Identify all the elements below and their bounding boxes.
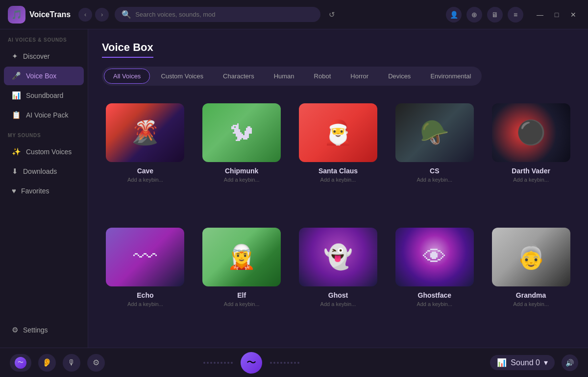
main-layout: AI VOICES & SOUNDS ✦ Discover 🎤 Voice Bo…: [0, 29, 588, 348]
volume-button[interactable]: 🔊: [562, 354, 578, 371]
waveform-right: [270, 362, 299, 364]
search-input[interactable]: [135, 11, 314, 18]
voice-card-name-grandma: Grandma: [516, 291, 546, 299]
my-section-label: MY SOUNDS: [0, 133, 88, 142]
tab-human[interactable]: Human: [265, 69, 303, 84]
sidebar-item-downloads[interactable]: ⬇ Downloads: [4, 162, 84, 181]
voicebox-icon: 🎤: [12, 71, 21, 80]
voice-card-name-darthvader: Darth Vader: [512, 167, 550, 175]
discover-icon: ✦: [12, 52, 18, 61]
refresh-button[interactable]: ↺: [324, 7, 339, 22]
sidebar-item-label: Soundboard: [26, 92, 63, 99]
chevron-down-icon: ▾: [544, 358, 548, 367]
sidebar-item-settings[interactable]: ⚙ Settings: [4, 321, 84, 339]
voice-card-image-cs: 🪖: [395, 103, 474, 162]
sidebar-item-favorites[interactable]: ♥ Favorites: [4, 182, 84, 200]
sidebar-item-discover[interactable]: ✦ Discover: [4, 47, 84, 66]
content-area: Voice Box All Voices Custom Voices Chara…: [88, 29, 588, 348]
close-button[interactable]: ✕: [566, 8, 580, 22]
content-header: Voice Box All Voices Custom Voices Chara…: [88, 29, 588, 95]
voice-card-cave[interactable]: 🌋 Cave Add a keybin...: [102, 99, 189, 214]
tab-environmental[interactable]: Environmental: [421, 69, 480, 84]
menu-icon[interactable]: ≡: [508, 7, 523, 23]
tab-custom-voices[interactable]: Custom Voices: [152, 69, 212, 84]
play-button[interactable]: 〜: [241, 352, 262, 374]
voice-card-sub-chipmunk: Add a keybin...: [224, 177, 260, 183]
sound-selector[interactable]: 📊 Sound 0 ▾: [490, 355, 555, 370]
titlebar: 🎵 VoiceTrans ‹ › 🔍 ↺ 👤 ⊕ 🖥 ≡ — □ ✕: [0, 0, 588, 29]
soundboard-icon: 📊: [12, 91, 21, 100]
voice-grid: 🌋 Cave Add a keybin... 🐿 Chipmunk Add a …: [88, 95, 588, 348]
sound-bar-icon: 📊: [497, 358, 507, 367]
nav-arrows: ‹ ›: [78, 8, 109, 22]
voice-card-grandma[interactable]: 👵 Grandma Add a keybin...: [488, 224, 574, 338]
sound-label: Sound 0: [511, 358, 540, 367]
favorites-icon: ♥: [12, 187, 16, 195]
forward-button[interactable]: ›: [95, 8, 109, 22]
sidebar-item-customvoices[interactable]: ✨ Custom Voices: [4, 142, 84, 161]
voice-toggle[interactable]: 〜: [10, 354, 31, 372]
sidebar-item-voicebox[interactable]: 🎤 Voice Box: [4, 67, 84, 85]
customvoices-icon: ✨: [12, 147, 21, 156]
profile-icon[interactable]: 🖥: [487, 7, 503, 23]
aivoicepack-icon: 📋: [12, 111, 21, 119]
voice-card-echo[interactable]: 〰 Echo Add a keybin...: [102, 224, 189, 338]
tab-all-voices[interactable]: All Voices: [104, 69, 150, 84]
sidebar-item-soundboard[interactable]: 📊 Soundboard: [4, 86, 84, 105]
voice-card-sub-cs: Add a keybin...: [416, 177, 452, 183]
maximize-button[interactable]: □: [550, 8, 564, 22]
sidebar-item-label: Settings: [23, 326, 48, 334]
voice-card-name-chipmunk: Chipmunk: [225, 167, 258, 175]
voice-card-name-elf: Elf: [237, 291, 246, 299]
voice-card-chipmunk[interactable]: 🐿 Chipmunk Add a keybin...: [198, 99, 285, 214]
cave-figure: 🌋: [106, 103, 184, 162]
voice-card-ghostface[interactable]: 👁 Ghostface Add a keybin...: [391, 224, 478, 338]
voice-card-sub-santa: Add a keybin...: [320, 177, 356, 183]
app-name: VoiceTrans: [29, 10, 71, 19]
tab-characters[interactable]: Characters: [214, 69, 263, 84]
window-controls: — □ ✕: [533, 8, 580, 22]
tab-devices[interactable]: Devices: [379, 69, 419, 84]
grandma-figure: 👵: [492, 228, 570, 286]
voice-card-image-ghostface: 👁: [395, 228, 474, 286]
tab-horror[interactable]: Horror: [342, 69, 377, 84]
sidebar-item-label: Discover: [23, 52, 49, 60]
bottom-center: 〜: [203, 352, 299, 374]
voice-card-sub-echo: Add a keybin...: [127, 301, 163, 307]
voice-card-name-santa: Santa Claus: [318, 167, 358, 175]
voice-card-sub-elf: Add a keybin...: [224, 301, 260, 307]
elf-figure: 🧝: [202, 228, 281, 286]
mic-icon-button[interactable]: 🎙: [63, 354, 80, 372]
voice-card-name-ghost: Ghost: [328, 291, 348, 299]
voice-card-elf[interactable]: 🧝 Elf Add a keybin...: [198, 224, 285, 338]
ear-icon-button[interactable]: 👂: [38, 354, 56, 372]
back-button[interactable]: ‹: [78, 8, 92, 22]
titlebar-actions: 👤 ⊕ 🖥 ≡ — □ ✕: [446, 7, 580, 23]
sliders-icon-button[interactable]: ⚙: [87, 354, 105, 372]
ghost-figure: 👻: [299, 228, 377, 286]
voice-card-cs[interactable]: 🪖 CS Add a keybin...: [391, 99, 478, 214]
minimize-button[interactable]: —: [533, 8, 547, 22]
voice-card-sub-ghostface: Add a keybin...: [416, 301, 452, 307]
sidebar-item-aivoicepack[interactable]: 📋 AI Voice Pack: [4, 106, 84, 124]
voice-card-image-darthvader: ⚫: [492, 103, 570, 162]
voice-card-darth-vader[interactable]: ⚫ Darth Vader Add a keybin...: [488, 99, 574, 214]
chipmunk-figure: 🐿: [202, 103, 281, 162]
avatar[interactable]: 👤: [446, 7, 462, 23]
waveform-left: [203, 362, 233, 364]
voice-card-image-chipmunk: 🐿: [202, 103, 281, 162]
voice-card-name-cs: CS: [430, 167, 439, 175]
discord-icon[interactable]: ⊕: [466, 7, 482, 23]
toggle-active-icon: 〜: [15, 357, 26, 369]
voice-card-santa-claus[interactable]: 🎅 Santa Claus Add a keybin...: [295, 99, 382, 214]
voice-card-sub-ghost: Add a keybin...: [320, 301, 356, 307]
voice-card-sub-cave: Add a keybin...: [127, 177, 163, 183]
search-icon: 🔍: [122, 10, 131, 19]
sidebar-item-label: Downloads: [23, 167, 57, 175]
tab-robot[interactable]: Robot: [305, 69, 340, 84]
voice-card-image-elf: 🧝: [202, 228, 281, 286]
sidebar-item-label: Favorites: [21, 187, 49, 195]
voice-card-sub-darthvader: Add a keybin...: [513, 177, 549, 183]
echo-figure: 〰: [106, 228, 184, 286]
voice-card-ghost[interactable]: 👻 Ghost Add a keybin...: [295, 224, 382, 338]
